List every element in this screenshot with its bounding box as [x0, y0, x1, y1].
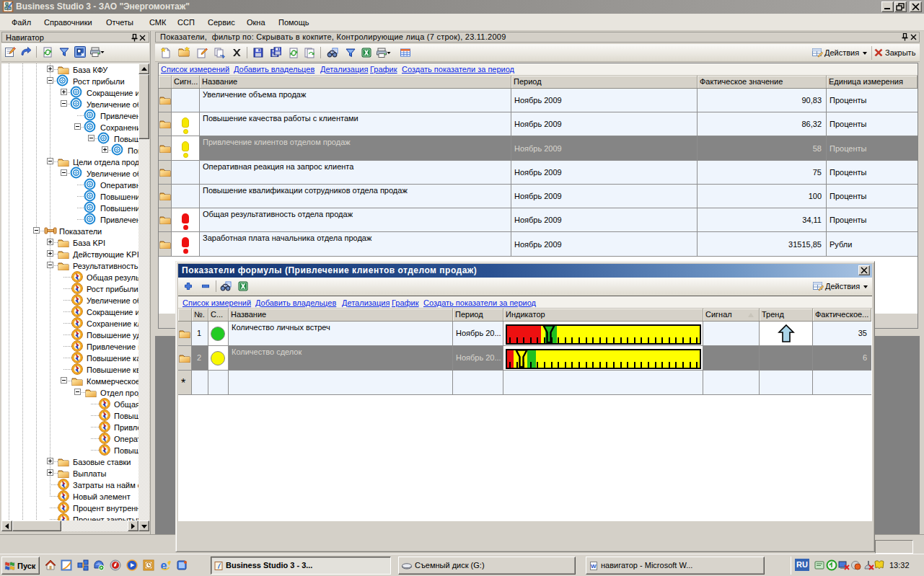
- svg-text:W: W: [591, 563, 597, 570]
